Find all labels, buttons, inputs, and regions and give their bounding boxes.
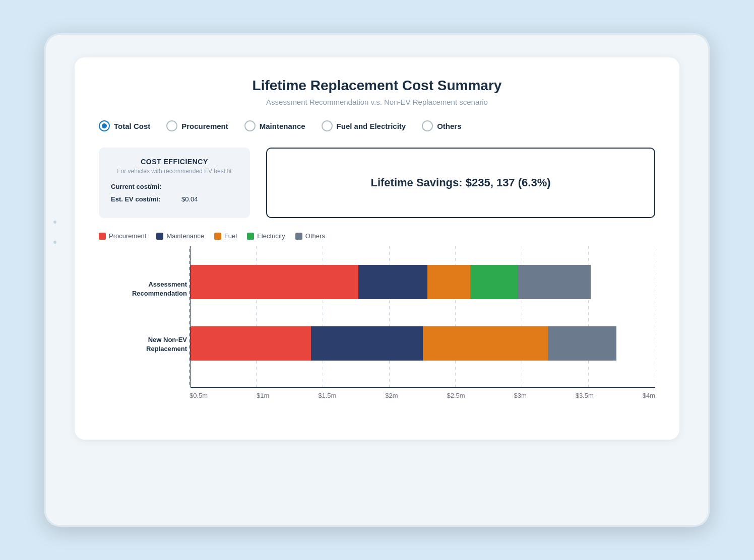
bar-seg-nonevr-maintenance — [311, 326, 423, 361]
x-tick-0: $0.5m — [190, 392, 208, 399]
x-tick-3: $2m — [385, 392, 398, 399]
cost-efficiency-title: COST EFFICIENCY — [111, 158, 238, 166]
legend-electricity: Electricity — [247, 232, 285, 240]
x-tick-6: $3.5m — [576, 392, 594, 399]
bars-wrapper: Assessment Recommendation New Non-EV Rep… — [190, 246, 655, 387]
legend-fuel: Fuel — [214, 232, 237, 240]
x-axis-line — [191, 387, 655, 388]
bar-seg-nonevr-procurement — [191, 326, 311, 361]
header-section: Lifetime Replacement Cost Summary Assess… — [99, 78, 655, 106]
main-card: Lifetime Replacement Cost Summary Assess… — [75, 57, 679, 440]
radio-circle-others — [422, 120, 433, 131]
savings-box: Lifetime Savings: $235, 137 (6.3%) — [266, 148, 655, 218]
savings-text: Lifetime Savings: $235, 137 (6.3%) — [370, 176, 550, 189]
bar-seg-nonevr-others — [548, 326, 617, 361]
page-subtitle: Assessment Recommendation v.s. Non-EV Re… — [99, 98, 655, 106]
legend-maintenance: Maintenance — [156, 232, 204, 240]
info-row: COST EFFICIENCY For vehicles with recomm… — [99, 148, 655, 218]
legend-dot-fuel — [214, 233, 221, 240]
grid-line-8 — [655, 246, 655, 387]
radio-label-procurement: Procurement — [181, 122, 228, 130]
legend-label-procurement: Procurement — [109, 232, 146, 240]
chart-area: Assessment Recommendation New Non-EV Rep… — [99, 246, 655, 419]
legend-dot-maintenance — [156, 233, 163, 240]
bar-seg-assessment-maintenance — [358, 265, 427, 299]
radio-label-total-cost: Total Cost — [114, 122, 150, 130]
ev-cost-row: Est. EV cost/mi: $0.04 — [111, 195, 238, 203]
x-tick-7: $4m — [643, 392, 655, 399]
radio-maintenance[interactable]: Maintenance — [244, 120, 305, 131]
legend-dot-procurement — [99, 233, 106, 240]
ev-cost-label: Est. EV cost/mi: — [111, 195, 181, 203]
bar-seg-assessment-electricity — [470, 265, 518, 299]
chart-legend: Procurement Maintenance Fuel Electricity… — [99, 232, 655, 240]
radio-circle-total-cost — [99, 120, 110, 131]
chart-container: Assessment Recommendation New Non-EV Rep… — [99, 246, 655, 419]
radio-others[interactable]: Others — [422, 120, 461, 131]
bar-row-nonevr: $3.73m — [191, 326, 621, 361]
legend-dot-others — [295, 233, 302, 240]
radio-circle-procurement — [166, 120, 177, 131]
legend-label-others: Others — [305, 232, 325, 240]
page-title: Lifetime Replacement Cost Summary — [99, 78, 655, 94]
filter-radio-group: Total Cost Procurement Maintenance Fuel … — [99, 120, 655, 131]
legend-dot-electricity — [247, 233, 254, 240]
x-tick-4: $2.5m — [447, 392, 465, 399]
x-tick-1: $1m — [257, 392, 269, 399]
y-label-1: Assessment Recommendation — [132, 279, 187, 298]
x-tick-2: $1.5m — [318, 392, 336, 399]
grid-line-1 — [190, 246, 190, 387]
bar-seg-assessment-fuel — [427, 265, 470, 299]
radio-circle-maintenance — [244, 120, 256, 131]
current-cost-label: Current cost/mi: — [111, 183, 181, 190]
stacked-bar-assessment: $3.48m — [191, 265, 621, 299]
bar-seg-assessment-others — [518, 265, 591, 299]
radio-label-fuel-electricity: Fuel and Electricity — [337, 122, 406, 130]
legend-label-electricity: Electricity — [257, 232, 285, 240]
radio-total-cost[interactable]: Total Cost — [99, 120, 150, 131]
radio-label-others: Others — [437, 122, 461, 130]
tablet-container: Lifetime Replacement Cost Summary Assess… — [44, 33, 710, 527]
bar-row-assessment: $3.48m — [191, 265, 621, 299]
cost-efficiency-box: COST EFFICIENCY For vehicles with recomm… — [99, 148, 250, 218]
legend-others: Others — [295, 232, 325, 240]
radio-fuel-electricity[interactable]: Fuel and Electricity — [322, 120, 406, 131]
current-cost-row: Current cost/mi: — [111, 183, 238, 190]
x-tick-5: $3m — [514, 392, 526, 399]
radio-circle-fuel-electricity — [322, 120, 333, 131]
bar-seg-assessment-procurement — [191, 265, 358, 299]
legend-procurement: Procurement — [99, 232, 146, 240]
y-label-2: New Non-EV Replacement — [146, 335, 187, 354]
legend-label-maintenance: Maintenance — [166, 232, 204, 240]
x-axis: $0.5m $1m $1.5m $2m $2.5m $3m $3.5m $4m — [190, 392, 655, 399]
cost-efficiency-subtitle: For vehicles with recommended EV best fi… — [111, 168, 238, 175]
legend-label-fuel: Fuel — [224, 232, 237, 240]
stacked-bar-nonevr: $3.73m — [191, 326, 621, 361]
radio-procurement[interactable]: Procurement — [166, 120, 228, 131]
radio-label-maintenance: Maintenance — [260, 122, 305, 130]
bar-seg-nonevr-fuel — [423, 326, 548, 361]
ev-cost-value: $0.04 — [181, 195, 198, 203]
y-axis-labels: Assessment Recommendation New Non-EV Rep… — [99, 246, 187, 387]
